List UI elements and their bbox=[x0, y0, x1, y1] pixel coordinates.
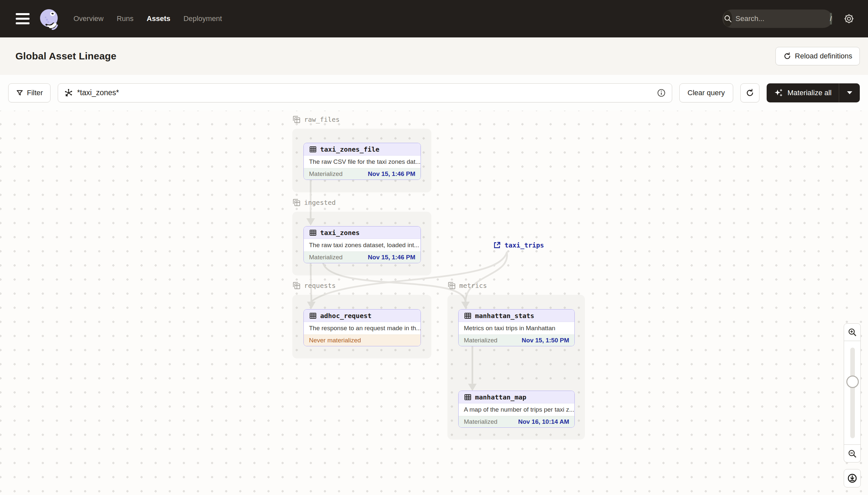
nav-item-assets[interactable]: Assets bbox=[147, 14, 170, 23]
lineage-edges bbox=[0, 110, 868, 495]
group-label-ingested[interactable]: ingested bbox=[292, 198, 336, 207]
external-link-icon bbox=[493, 241, 501, 250]
clear-query-label: Clear query bbox=[688, 89, 725, 97]
asset-node-header: taxi_zones_file bbox=[304, 143, 421, 156]
table-icon bbox=[464, 312, 472, 320]
asset-node-taxi-zones-file[interactable]: taxi_zones_file The raw CSV file for the… bbox=[303, 143, 421, 180]
table-icon bbox=[309, 146, 317, 153]
group-table-icon bbox=[292, 281, 301, 290]
zoom-in-button[interactable] bbox=[844, 323, 861, 341]
refresh-icon bbox=[783, 52, 792, 61]
asset-node-header: manhattan_map bbox=[459, 391, 574, 404]
filter-button[interactable]: Filter bbox=[8, 83, 51, 102]
asset-timestamp: Nov 15, 1:50 PM bbox=[521, 337, 569, 344]
op-selector-icon bbox=[64, 88, 73, 98]
asset-description: A map of the number of trips per taxi z.… bbox=[459, 404, 574, 416]
materialize-all-split-button: Materialize all bbox=[767, 83, 860, 102]
settings-gear-icon[interactable] bbox=[842, 12, 856, 26]
download-arrow-icon bbox=[847, 473, 857, 483]
asset-name: taxi_zones_file bbox=[320, 146, 379, 153]
zoom-slider-track[interactable] bbox=[850, 347, 855, 438]
nav-item-deployment[interactable]: Deployment bbox=[183, 14, 222, 23]
filter-button-label: Filter bbox=[27, 89, 43, 97]
chevron-down-icon bbox=[847, 91, 852, 94]
refresh-graph-button[interactable] bbox=[740, 83, 759, 102]
asset-status: Materialized bbox=[464, 418, 497, 425]
asset-query-field[interactable] bbox=[58, 83, 672, 102]
asset-query-input[interactable] bbox=[77, 88, 653, 97]
nav-item-runs[interactable]: Runs bbox=[117, 14, 134, 23]
external-asset-taxi-trips[interactable]: taxi_trips bbox=[493, 241, 544, 250]
group-name: ingested bbox=[304, 199, 336, 206]
asset-timestamp: Nov 15, 1:46 PM bbox=[368, 170, 415, 177]
asset-node-header: adhoc_request bbox=[304, 309, 421, 322]
zoom-slider[interactable] bbox=[844, 341, 861, 445]
asset-name: manhattan_stats bbox=[475, 312, 534, 320]
search-icon bbox=[724, 11, 732, 27]
reload-definitions-label: Reload definitions bbox=[795, 52, 852, 61]
dagster-logo-icon[interactable] bbox=[38, 7, 60, 30]
asset-description: Metrics on taxi trips in Manhattan bbox=[459, 322, 574, 335]
table-icon bbox=[309, 312, 317, 320]
page-header: Global Asset Lineage Reload definitions bbox=[0, 37, 868, 75]
group-label-raw-files[interactable]: raw_files bbox=[292, 115, 339, 124]
sparkle-icon bbox=[774, 88, 784, 98]
asset-status-row: Materialized Nov 15, 1:46 PM bbox=[304, 168, 421, 180]
group-name: metrics bbox=[459, 281, 487, 290]
asset-status: Materialized bbox=[309, 170, 342, 177]
asset-name: adhoc_request bbox=[320, 312, 372, 320]
materialize-all-button[interactable]: Materialize all bbox=[767, 83, 839, 102]
materialize-dropdown-button[interactable] bbox=[839, 83, 860, 102]
group-table-icon bbox=[292, 115, 301, 124]
asset-status-row: Materialized Nov 15, 1:46 PM bbox=[304, 252, 421, 263]
asset-description: The response to an request made in th... bbox=[304, 322, 421, 335]
refresh-icon bbox=[745, 88, 755, 98]
asset-status: Materialized bbox=[464, 337, 497, 344]
lineage-canvas[interactable]: raw_files ingested requests metrics taxi… bbox=[0, 110, 868, 495]
toolbar: Filter Clear query Materializ bbox=[0, 75, 868, 110]
filter-funnel-icon bbox=[16, 89, 24, 97]
asset-status: Never materialized bbox=[309, 337, 361, 344]
menu-icon[interactable] bbox=[16, 13, 30, 24]
zoom-slider-thumb[interactable] bbox=[846, 376, 859, 388]
group-table-icon bbox=[292, 198, 301, 207]
external-asset-name: taxi_trips bbox=[504, 241, 544, 249]
asset-timestamp: Nov 16, 10:14 AM bbox=[518, 418, 569, 425]
asset-status: Materialized bbox=[309, 254, 342, 261]
nav-item-overview[interactable]: Overview bbox=[73, 14, 104, 23]
zoom-out-button[interactable] bbox=[844, 445, 861, 462]
clear-query-button[interactable]: Clear query bbox=[679, 83, 733, 102]
asset-node-header: taxi_zones bbox=[304, 226, 421, 239]
group-name: raw_files bbox=[304, 116, 339, 123]
search-shortcut-badge: / bbox=[830, 13, 832, 24]
top-nav: Overview Runs Assets Deployment / bbox=[0, 0, 868, 37]
search-input[interactable] bbox=[736, 14, 830, 23]
materialize-all-label: Materialize all bbox=[787, 89, 832, 97]
asset-node-manhattan-map[interactable]: manhattan_map A map of the number of tri… bbox=[458, 391, 575, 428]
zoom-in-icon bbox=[847, 327, 857, 337]
reload-definitions-button[interactable]: Reload definitions bbox=[776, 47, 860, 65]
asset-description: The raw taxi zones dataset, loaded int..… bbox=[304, 239, 421, 252]
asset-name: taxi_zones bbox=[320, 229, 359, 237]
asset-node-manhattan-stats[interactable]: manhattan_stats Metrics on taxi trips in… bbox=[458, 309, 575, 346]
asset-status-row: Never materialized bbox=[304, 335, 421, 346]
asset-node-taxi-zones[interactable]: taxi_zones The raw taxi zones dataset, l… bbox=[303, 226, 421, 263]
search-bar[interactable]: / bbox=[722, 10, 833, 28]
asset-name: manhattan_map bbox=[475, 393, 527, 401]
asset-timestamp: Nov 15, 1:46 PM bbox=[368, 254, 415, 261]
zoom-controls bbox=[844, 323, 861, 488]
asset-node-adhoc-request[interactable]: adhoc_request The response to an request… bbox=[303, 309, 421, 346]
group-label-requests[interactable]: requests bbox=[292, 281, 336, 290]
zoom-out-icon bbox=[847, 449, 857, 459]
asset-description: The raw CSV file for the taxi zones dat.… bbox=[304, 156, 421, 168]
group-label-metrics[interactable]: metrics bbox=[447, 281, 487, 290]
nav-menu: Overview Runs Assets Deployment bbox=[73, 14, 222, 23]
table-icon bbox=[309, 229, 317, 237]
table-icon bbox=[464, 393, 472, 401]
recenter-button[interactable] bbox=[844, 469, 861, 488]
info-icon[interactable] bbox=[657, 88, 666, 98]
asset-node-header: manhattan_stats bbox=[459, 309, 574, 322]
asset-status-row: Materialized Nov 16, 10:14 AM bbox=[459, 416, 574, 427]
group-table-icon bbox=[447, 281, 456, 290]
page-title: Global Asset Lineage bbox=[15, 51, 117, 62]
